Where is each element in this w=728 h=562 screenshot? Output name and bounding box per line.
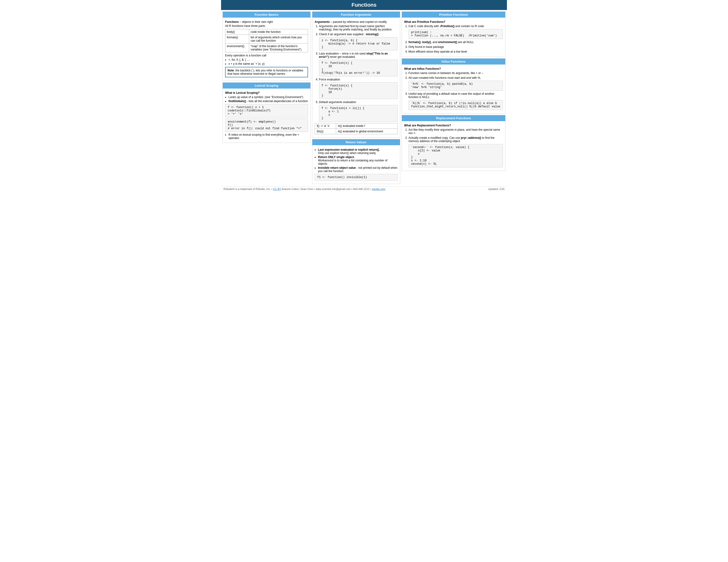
null-default-code: `%||%` <- function(a, b) if (!is.null(a)… (409, 100, 503, 110)
replacement-functions-header: Replacement Functions (402, 115, 505, 121)
list-item: Default arguments evaluation f <- functi… (319, 101, 398, 122)
every-op-text: Every operation is a function call (225, 54, 308, 57)
list-item: Invisible return object value - not prin… (318, 166, 398, 173)
note-label: Note: the backtick (`), lets you refer t… (227, 69, 303, 76)
return-values-bullets: Last expression evaluated or explicit re… (315, 148, 398, 173)
influx-subheader: What are Influx Functions? (404, 67, 503, 71)
list-item: Check if an argument was supplied : miss… (319, 33, 398, 50)
list-item: Last expression evaluated or explicit re… (318, 148, 398, 155)
primitive-functions-header: Primitive Functions (402, 12, 505, 18)
list-item: Only found in base package (409, 45, 503, 49)
list-item: Arguments are matched first by exact nam… (319, 25, 398, 31)
list-item: More efficient since they operate at a l… (409, 50, 503, 53)
column-3: Primitive Functions What are Primitive F… (402, 11, 506, 171)
default-args-code: f <- function(x = ls()) { a <- 1 x } (319, 105, 398, 122)
function-arguments-section: Function Arguments Arguments – passed by… (312, 11, 400, 138)
replacement-list: Act like they modify their arguments in … (404, 128, 503, 167)
functions-intro2: All R functions have three parts: (225, 24, 308, 28)
list-item: Actually create a modified copy. Can use… (409, 136, 503, 167)
primitive-functions-content: What are Primitive Functions? Call C cod… (402, 18, 505, 57)
footer: RStudio® is a trademark of RStudio, Inc.… (221, 186, 507, 191)
list-item: All user-created infix functions must st… (409, 76, 503, 91)
operation-bullets: +, for, if, [, $, { … x + y is the same … (225, 58, 308, 65)
func-desc-body: code inside the function (249, 29, 308, 35)
force-eval-code: f <- function(x) { force(x) 10 } (319, 82, 398, 99)
column-2: Function Arguments Arguments – passed by… (312, 11, 400, 184)
lex-code1: f <- function() x + 1 codetools::findGlo… (225, 104, 308, 117)
functions-intro1: Functions – objects in their own right (225, 20, 308, 24)
influx-functions-content: What are Influx Functions? Function name… (402, 65, 505, 113)
page: Functions Function Basics Functions – ob… (221, 0, 507, 194)
lexical-bullets: Looks up value of a symbol. (see "Enclos… (225, 96, 308, 103)
primitive-list: Call C code directly with .Primitive() a… (404, 25, 503, 53)
return-values-content: Last expression evaluated or explicit re… (312, 145, 400, 184)
cc-by-link[interactable]: CC BY (273, 188, 281, 191)
primitive-subheader: What are Primitive Functions? (404, 20, 503, 24)
list-item: +, for, if, [, $, { … (228, 58, 308, 61)
func-desc-formals: list of arguments which controls how you… (249, 35, 308, 44)
list-item: Force evaluation f <- function(x) { forc… (319, 78, 398, 99)
replacement-functions-section: Replacement Functions What are Replaceme… (402, 115, 506, 171)
list-item: formals(), body(), and environment() are… (409, 40, 503, 44)
missing-code: i <- function(a, b) { missing(a) -> # re… (319, 37, 398, 50)
list-item: Looks up value of a symbol. (see "Enclos… (228, 96, 308, 99)
lex-code2: environment(f) <- emptyenv() f() # error… (225, 119, 308, 132)
list-item: Lazy evaluation – since x is not used st… (319, 52, 398, 76)
table-cell: f(ls()) (315, 129, 336, 134)
table-cell: ls() evaluated inside f (336, 123, 397, 129)
list-item: Return ONLY single object. Workaround is… (318, 156, 398, 166)
list-item: x + y is the same as `+`(x, y) (228, 62, 308, 65)
invisible-code: f1 <- function() invisible(1) (315, 174, 398, 181)
influx-functions-header: Influx Functions (402, 59, 505, 65)
function-parts-table: body() code inside the function formals(… (225, 29, 308, 52)
table-row: f(ls()) ls() evaluated in global environ… (315, 129, 397, 134)
lexical-scoping-header: Lexical Scoping (223, 83, 310, 89)
table-row: environment() "map" of the location of t… (225, 44, 308, 52)
rstudio-link[interactable]: rstudio.com (372, 188, 385, 191)
table-cell: ls() evaluated in global environment (336, 129, 397, 134)
footer-left: RStudio® is a trademark of RStudio, Inc.… (223, 188, 385, 191)
influx-functions-section: Influx Functions What are Influx Functio… (402, 58, 506, 114)
lex-footer-bullets: R relies on lexical scoping to find ever… (225, 133, 308, 140)
table-row: body() code inside the function (225, 29, 308, 35)
args-intro: Arguments – passed by reference and copi… (315, 20, 398, 24)
lexical-scoping-content: What is Lexical Scoping? Looks up value … (223, 89, 310, 143)
note-box: Note: the backtick (`), lets you refer t… (225, 67, 308, 77)
footer-right: Updated: 2/16 (488, 188, 505, 191)
list-item: findGlobals() - lists all the external d… (228, 100, 308, 103)
table-row: f() -> 'a' 'x' ls() evaluated inside f (315, 123, 397, 129)
func-name-environment: environment() (225, 44, 249, 52)
replacement-subheader: What are Replacement Functions? (404, 124, 503, 127)
function-basics-section: Function Basics Functions – objects in t… (222, 11, 311, 81)
lexical-scoping-subheader: What is Lexical Scoping? (225, 91, 308, 95)
list-item: Useful way of providing a default value … (409, 92, 503, 110)
function-basics-header: Function Basics (223, 12, 310, 18)
lexical-scoping-section: Lexical Scoping What is Lexical Scoping?… (222, 82, 311, 143)
return-values-section: Return Values Last expression evaluated … (312, 139, 400, 184)
primitive-functions-section: Primitive Functions What are Primitive F… (402, 11, 506, 57)
primitive-code: print(sum) : > function (..., na.rm = FA… (409, 29, 503, 39)
func-desc-environment: "map" of the location of the function's … (249, 44, 308, 52)
list-item: Act like they modify their arguments in … (409, 128, 503, 135)
main-columns: Function Basics Functions – objects in t… (221, 10, 507, 186)
list-item: Call C code directly with .Primitive() a… (409, 25, 503, 39)
list-item: Function name comes in between its argum… (409, 71, 503, 75)
function-arguments-header: Function Arguments (312, 12, 400, 18)
return-values-header: Return Values (312, 139, 400, 145)
replacement-functions-content: What are Replacement Functions? Act like… (402, 121, 505, 171)
infix-code: `%+%` <- function(a, b) paste0(a, b) 'ne… (409, 81, 503, 91)
page-title: Functions (221, 0, 507, 10)
func-name-formals: formals() (225, 35, 249, 44)
replacement-code: `second<-` <- function(x, value) { x[2] … (409, 144, 503, 167)
function-basics-content: Functions – objects in their own right A… (223, 18, 310, 81)
args-eval-table: f() -> 'a' 'x' ls() evaluated inside f f… (315, 123, 398, 134)
function-arguments-content: Arguments – passed by reference and copi… (312, 18, 400, 137)
args-numbered-list: Arguments are matched first by exact nam… (315, 25, 398, 122)
table-cell: f() -> 'a' 'x' (315, 123, 336, 129)
func-name-body: body() (225, 29, 249, 35)
list-item: R relies on lexical scoping to find ever… (228, 133, 308, 140)
column-1: Function Basics Functions – objects in t… (222, 11, 311, 143)
influx-list: Function name comes in between its argum… (404, 71, 503, 110)
lazy-eval-code: f <- function(x) { 10 } f(stop('This is … (319, 60, 398, 76)
table-row: formals() list of arguments which contro… (225, 35, 308, 44)
